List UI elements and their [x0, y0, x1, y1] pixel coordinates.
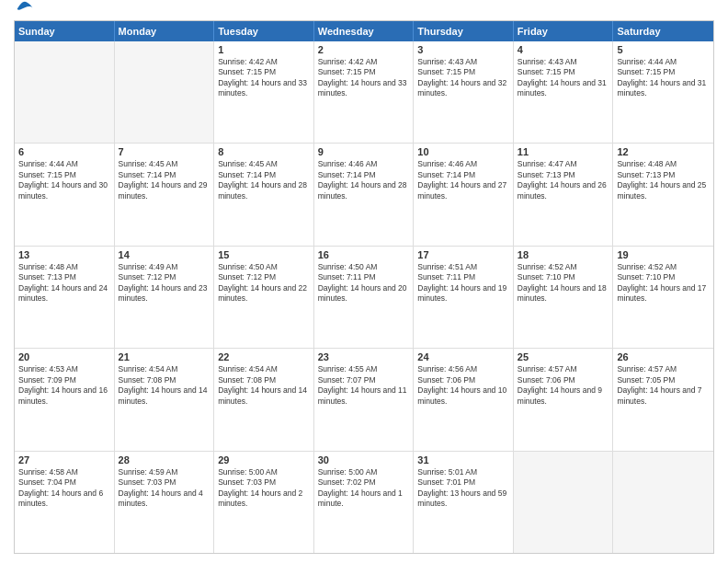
day-info: Sunrise: 5:01 AMSunset: 7:01 PMDaylight:…	[417, 467, 509, 510]
day-number: 30	[318, 454, 410, 465]
day-number: 4	[518, 44, 609, 55]
day-number: 11	[518, 146, 609, 157]
cal-header-cell: Tuesday	[214, 21, 314, 41]
day-info: Sunrise: 4:47 AMSunset: 7:13 PMDaylight:…	[518, 159, 609, 201]
day-info: Sunrise: 4:57 AMSunset: 7:05 PMDaylight:…	[617, 364, 710, 407]
day-info: Sunrise: 4:54 AMSunset: 7:08 PMDaylight:…	[218, 364, 310, 407]
day-number: 20	[18, 351, 110, 362]
day-info: Sunrise: 4:55 AMSunset: 7:07 PMDaylight:…	[318, 364, 410, 407]
cal-cell-12: 12Sunrise: 4:48 AMSunset: 7:13 PMDayligh…	[613, 144, 713, 245]
cal-header-cell: Friday	[514, 21, 614, 41]
cal-cell-10: 10Sunrise: 4:46 AMSunset: 7:14 PMDayligh…	[414, 144, 514, 245]
day-info: Sunrise: 5:00 AMSunset: 7:02 PMDaylight:…	[318, 467, 410, 510]
day-number: 9	[318, 146, 410, 157]
day-info: Sunrise: 4:43 AMSunset: 7:15 PMDaylight:…	[518, 57, 609, 99]
day-number: 31	[417, 454, 509, 465]
day-number: 2	[318, 44, 410, 55]
day-number: 19	[617, 249, 710, 260]
cal-cell-19: 19Sunrise: 4:52 AMSunset: 7:10 PMDayligh…	[613, 247, 713, 348]
cal-header-cell: Monday	[115, 21, 215, 41]
day-info: Sunrise: 4:54 AMSunset: 7:08 PMDaylight:…	[119, 364, 210, 407]
day-number: 3	[417, 44, 509, 55]
calendar: SundayMondayTuesdayWednesdayThursdayFrid…	[14, 20, 714, 554]
cal-cell-22: 22Sunrise: 4:54 AMSunset: 7:08 PMDayligh…	[214, 349, 314, 450]
page: SundayMondayTuesdayWednesdayThursdayFrid…	[0, 0, 728, 563]
day-number: 24	[417, 351, 509, 362]
cal-cell-8: 8Sunrise: 4:45 AMSunset: 7:14 PMDaylight…	[214, 144, 314, 245]
cal-cell-21: 21Sunrise: 4:54 AMSunset: 7:08 PMDayligh…	[115, 349, 215, 450]
day-number: 16	[318, 249, 410, 260]
day-info: Sunrise: 5:00 AMSunset: 7:03 PMDaylight:…	[218, 467, 310, 510]
day-number: 17	[417, 249, 509, 260]
cal-cell-28: 28Sunrise: 4:59 AMSunset: 7:03 PMDayligh…	[115, 452, 215, 553]
day-number: 13	[18, 249, 110, 260]
cal-cell-29: 29Sunrise: 5:00 AMSunset: 7:03 PMDayligh…	[214, 452, 314, 553]
day-info: Sunrise: 4:42 AMSunset: 7:15 PMDaylight:…	[318, 57, 410, 99]
day-info: Sunrise: 4:48 AMSunset: 7:13 PMDaylight:…	[617, 159, 710, 201]
day-number: 25	[518, 351, 609, 362]
day-number: 12	[617, 146, 710, 157]
day-info: Sunrise: 4:43 AMSunset: 7:15 PMDaylight:…	[417, 57, 509, 99]
day-info: Sunrise: 4:57 AMSunset: 7:06 PMDaylight:…	[518, 364, 609, 407]
day-number: 18	[518, 249, 609, 260]
day-info: Sunrise: 4:50 AMSunset: 7:11 PMDaylight:…	[318, 262, 410, 304]
cal-cell-9: 9Sunrise: 4:46 AMSunset: 7:14 PMDaylight…	[314, 144, 415, 245]
logo	[14, 9, 34, 15]
day-info: Sunrise: 4:53 AMSunset: 7:09 PMDaylight:…	[18, 364, 110, 407]
day-info: Sunrise: 4:46 AMSunset: 7:14 PMDaylight:…	[417, 159, 509, 201]
day-info: Sunrise: 4:42 AMSunset: 7:15 PMDaylight:…	[218, 57, 310, 99]
logo-icon	[16, 0, 34, 18]
day-info: Sunrise: 4:59 AMSunset: 7:03 PMDaylight:…	[119, 467, 210, 510]
day-number: 15	[218, 249, 310, 260]
day-info: Sunrise: 4:52 AMSunset: 7:10 PMDaylight:…	[617, 262, 710, 304]
cal-cell-empty	[514, 452, 614, 553]
cal-cell-5: 5Sunrise: 4:44 AMSunset: 7:15 PMDaylight…	[613, 41, 713, 143]
day-number: 22	[218, 351, 310, 362]
day-info: Sunrise: 4:56 AMSunset: 7:06 PMDaylight:…	[417, 364, 509, 407]
day-info: Sunrise: 4:44 AMSunset: 7:15 PMDaylight:…	[617, 57, 710, 99]
cal-cell-17: 17Sunrise: 4:51 AMSunset: 7:11 PMDayligh…	[414, 247, 514, 348]
cal-cell-14: 14Sunrise: 4:49 AMSunset: 7:12 PMDayligh…	[115, 247, 215, 348]
calendar-header-row: SundayMondayTuesdayWednesdayThursdayFrid…	[15, 21, 713, 41]
day-info: Sunrise: 4:50 AMSunset: 7:12 PMDaylight:…	[218, 262, 310, 304]
day-number: 28	[119, 454, 210, 465]
day-number: 29	[218, 454, 310, 465]
day-number: 10	[417, 146, 509, 157]
day-number: 8	[218, 146, 310, 157]
cal-week-2: 6Sunrise: 4:44 AMSunset: 7:15 PMDaylight…	[15, 144, 713, 246]
day-info: Sunrise: 4:58 AMSunset: 7:04 PMDaylight:…	[18, 467, 110, 510]
cal-header-cell: Thursday	[414, 21, 514, 41]
cal-header-cell: Wednesday	[314, 21, 415, 41]
cal-cell-empty	[15, 41, 115, 143]
day-info: Sunrise: 4:45 AMSunset: 7:14 PMDaylight:…	[119, 159, 210, 201]
day-number: 1	[218, 44, 310, 55]
cal-cell-empty	[613, 452, 713, 553]
cal-week-3: 13Sunrise: 4:48 AMSunset: 7:13 PMDayligh…	[15, 247, 713, 349]
cal-cell-18: 18Sunrise: 4:52 AMSunset: 7:10 PMDayligh…	[514, 247, 614, 348]
day-info: Sunrise: 4:51 AMSunset: 7:11 PMDaylight:…	[417, 262, 509, 304]
cal-week-4: 20Sunrise: 4:53 AMSunset: 7:09 PMDayligh…	[15, 349, 713, 451]
cal-cell-empty	[115, 41, 215, 143]
day-number: 5	[617, 44, 710, 55]
cal-cell-23: 23Sunrise: 4:55 AMSunset: 7:07 PMDayligh…	[314, 349, 415, 450]
calendar-body: 1Sunrise: 4:42 AMSunset: 7:15 PMDaylight…	[15, 41, 713, 553]
day-info: Sunrise: 4:46 AMSunset: 7:14 PMDaylight:…	[318, 159, 410, 201]
day-number: 6	[18, 146, 110, 157]
cal-cell-4: 4Sunrise: 4:43 AMSunset: 7:15 PMDaylight…	[514, 41, 614, 143]
cal-cell-30: 30Sunrise: 5:00 AMSunset: 7:02 PMDayligh…	[314, 452, 415, 553]
day-number: 26	[617, 351, 710, 362]
cal-week-1: 1Sunrise: 4:42 AMSunset: 7:15 PMDaylight…	[15, 41, 713, 144]
cal-cell-11: 11Sunrise: 4:47 AMSunset: 7:13 PMDayligh…	[514, 144, 614, 245]
day-info: Sunrise: 4:48 AMSunset: 7:13 PMDaylight:…	[18, 262, 110, 304]
day-info: Sunrise: 4:52 AMSunset: 7:10 PMDaylight:…	[518, 262, 609, 304]
cal-cell-6: 6Sunrise: 4:44 AMSunset: 7:15 PMDaylight…	[15, 144, 115, 245]
cal-cell-27: 27Sunrise: 4:58 AMSunset: 7:04 PMDayligh…	[15, 452, 115, 553]
cal-cell-2: 2Sunrise: 4:42 AMSunset: 7:15 PMDaylight…	[314, 41, 415, 143]
day-number: 7	[119, 146, 210, 157]
cal-cell-15: 15Sunrise: 4:50 AMSunset: 7:12 PMDayligh…	[214, 247, 314, 348]
day-info: Sunrise: 4:44 AMSunset: 7:15 PMDaylight:…	[18, 159, 110, 201]
day-info: Sunrise: 4:49 AMSunset: 7:12 PMDaylight:…	[119, 262, 210, 304]
cal-cell-7: 7Sunrise: 4:45 AMSunset: 7:14 PMDaylight…	[115, 144, 215, 245]
day-number: 23	[318, 351, 410, 362]
cal-week-5: 27Sunrise: 4:58 AMSunset: 7:04 PMDayligh…	[15, 452, 713, 553]
